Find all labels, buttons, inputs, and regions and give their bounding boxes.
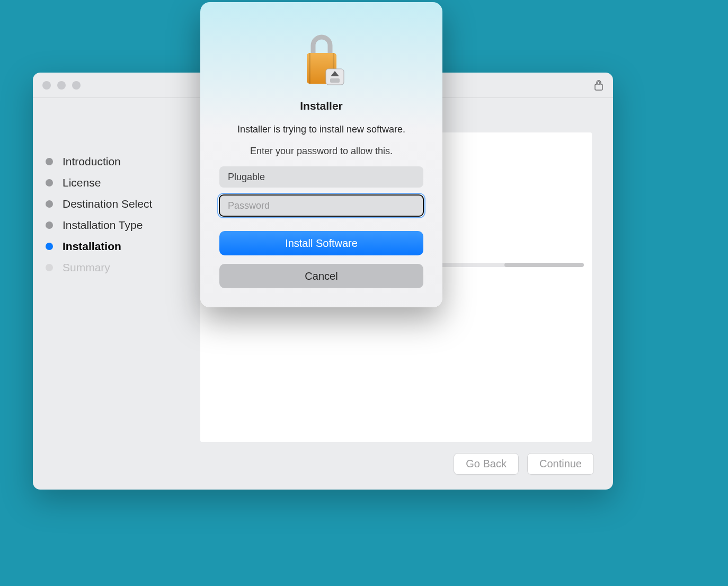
step-label: Destination Select	[63, 198, 152, 210]
steps-sidebar: Introduction License Destination Select …	[33, 98, 200, 490]
install-software-button[interactable]: Install Software	[219, 231, 423, 255]
step-label: Installation Type	[63, 219, 143, 232]
step-installation-type: Installation Type	[46, 215, 200, 236]
cancel-button[interactable]: Cancel	[219, 264, 423, 288]
auth-dialog-message: Installer is trying to install new softw…	[219, 124, 423, 135]
lock-large-icon	[296, 32, 347, 89]
username-field[interactable]	[219, 166, 423, 188]
step-bullet-icon	[46, 158, 53, 165]
progress-fill	[504, 263, 584, 267]
step-label: Installation	[63, 240, 121, 253]
step-bullet-icon	[46, 179, 53, 187]
step-destination-select: Destination Select	[46, 193, 200, 215]
step-introduction: Introduction	[46, 151, 200, 172]
step-summary: Summary	[46, 257, 200, 278]
traffic-lights	[42, 81, 81, 90]
auth-dialog: Installer Installer is trying to install…	[200, 2, 442, 307]
step-bullet-icon	[46, 264, 53, 271]
step-license: License	[46, 172, 200, 193]
svg-rect-5	[330, 78, 340, 83]
step-bullet-icon	[46, 221, 53, 229]
password-field[interactable]	[219, 195, 423, 216]
step-label: Summary	[63, 261, 110, 274]
step-label: Introduction	[63, 155, 121, 168]
step-bullet-icon	[46, 243, 53, 250]
auth-dialog-subtext: Enter your password to allow this.	[219, 146, 423, 157]
footer-buttons: Go Back Continue	[454, 453, 594, 475]
close-window-button[interactable]	[42, 81, 51, 90]
go-back-button[interactable]: Go Back	[454, 453, 519, 475]
step-bullet-icon	[46, 200, 53, 208]
step-label: License	[63, 176, 101, 189]
continue-button[interactable]: Continue	[527, 453, 594, 475]
minimize-window-button[interactable]	[57, 81, 66, 90]
auth-dialog-title: Installer	[219, 100, 423, 112]
lock-icon	[594, 79, 603, 91]
svg-rect-2	[309, 53, 310, 84]
step-installation: Installation	[46, 236, 200, 257]
fullscreen-window-button[interactable]	[72, 81, 81, 90]
